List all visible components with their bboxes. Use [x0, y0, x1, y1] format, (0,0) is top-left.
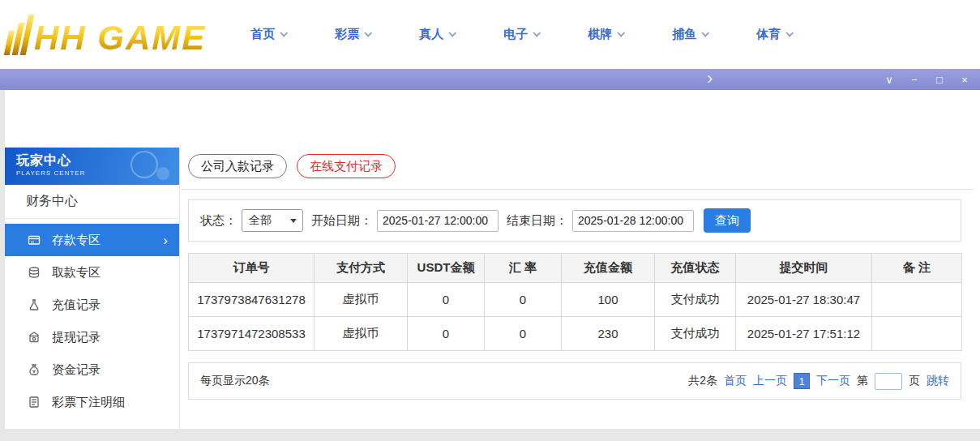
sidebar-item-label: 提现记录	[52, 330, 101, 345]
nav-item-label: 体育	[756, 27, 781, 42]
sidebar: 玩家中心 PLAYERS CENTER 财务中心 存款专区 › 取款专区 充值记…	[5, 148, 180, 429]
status-selected-value: 全部	[249, 213, 272, 228]
table-cell: 230	[562, 317, 655, 351]
table-cell	[872, 317, 962, 351]
sidebar-section-title: 财务中心	[5, 185, 179, 219]
chevron-down-icon	[702, 28, 710, 36]
window-minimize-icon[interactable]: −	[909, 75, 920, 85]
tab-company-deposit-records[interactable]: 公司入款记录	[188, 154, 287, 178]
nav-item-chess[interactable]: 棋牌	[588, 27, 623, 42]
nav-item-label: 捕鱼	[672, 27, 696, 42]
table-header-cell: 支付方式	[315, 254, 408, 283]
tab-online-payment-records[interactable]: 在线支付记录	[297, 154, 396, 178]
deposit-icon	[28, 233, 41, 246]
sidebar-subtitle: PLAYERS CENTER	[16, 169, 179, 177]
sidebar-item-label: 彩票下注明细	[52, 395, 125, 410]
table-cell: 虚拟币	[315, 317, 408, 351]
table-cell: 2025-01-27 17:51:12	[736, 317, 872, 351]
table-cell: 1737973847631278	[189, 283, 315, 317]
withdraw-icon	[28, 266, 41, 279]
window-inner: 玩家中心 PLAYERS CENTER 财务中心 存款专区 › 取款专区 充值记…	[5, 90, 980, 429]
sidebar-item-label: 取款专区	[52, 265, 101, 280]
sidebar-item-withdrawal-records[interactable]: 提现记录	[5, 321, 179, 353]
end-date-input[interactable]	[572, 210, 694, 232]
lottery-bet-details-icon	[28, 396, 41, 409]
content-panel: 公司入款记录 在线支付记录 状态： 全部 开始日期： 结束日期： 查询	[181, 148, 974, 429]
main-nav: 首页 彩票 真人 电子 棋牌 捕鱼 体育	[250, 27, 792, 42]
table-cell	[872, 283, 962, 317]
per-page-label: 每页显示20条	[200, 374, 270, 388]
nav-item-label: 彩票	[335, 27, 359, 42]
sidebar-item-label: 资金记录	[52, 362, 101, 378]
table-cell: 支付成功	[655, 317, 736, 351]
jump-prefix-label: 第	[857, 374, 868, 388]
window-titlebar: ∨ − □ ×	[0, 69, 980, 90]
nav-item-label: 真人	[419, 27, 443, 42]
search-button[interactable]: 查询	[704, 208, 751, 233]
jump-suffix-label: 页	[909, 374, 920, 388]
carousel-next-arrow-icon[interactable]: ›	[707, 70, 713, 88]
table-cell: 虚拟币	[315, 283, 408, 317]
total-count: 共2条	[688, 374, 717, 388]
table-header-cell: 充值金额	[562, 254, 655, 283]
logo-text: HH GAME	[34, 21, 206, 55]
site-header: HH GAME 首页 彩票 真人 电子 棋牌 捕鱼 体育	[0, 0, 980, 69]
current-page[interactable]: 1	[794, 373, 810, 389]
chevron-down-icon	[449, 28, 457, 36]
status-label: 状态：	[200, 213, 237, 229]
prev-page-link[interactable]: 上一页	[753, 374, 787, 388]
funds-records-icon	[28, 363, 41, 376]
table-cell: 0	[408, 283, 485, 317]
logo[interactable]: HH GAME	[8, 15, 206, 55]
nav-item-lottery[interactable]: 彩票	[335, 27, 370, 42]
table-cell: 0	[485, 283, 562, 317]
jump-button[interactable]: 跳转	[927, 374, 949, 388]
nav-item-live[interactable]: 真人	[419, 27, 455, 42]
table-cell: 100	[562, 283, 655, 317]
select-arrow-icon	[290, 219, 297, 223]
table-row: 1737971472308533虚拟币00230支付成功2025-01-27 1…	[189, 317, 962, 351]
withdrawal-records-icon	[28, 331, 41, 344]
records-table: 订单号支付方式USDT金额汇 率充值金额充值状态提交时间备 注 17379738…	[188, 253, 962, 351]
nav-item-label: 棋牌	[588, 27, 612, 42]
tabs: 公司入款记录 在线支付记录	[181, 148, 974, 190]
window-dropdown-icon[interactable]: ∨	[884, 75, 895, 85]
window-body: 玩家中心 PLAYERS CENTER 财务中心 存款专区 › 取款专区 充值记…	[0, 90, 980, 441]
table-cell: 支付成功	[655, 283, 736, 317]
filter-bar: 状态： 全部 开始日期： 结束日期： 查询	[188, 199, 961, 242]
page: 活动时间：长期活动 活动时间：长期活动 › HH GAME 首页 彩票 真人 电…	[0, 0, 980, 441]
table-header-cell: 提交时间	[736, 254, 872, 283]
sidebar-item-funds-records[interactable]: 资金记录	[5, 353, 179, 386]
first-page-link[interactable]: 首页	[724, 374, 747, 388]
table-cell: 1737971472308533	[189, 317, 315, 351]
chevron-down-icon	[533, 28, 541, 36]
next-page-link[interactable]: 下一页	[816, 374, 850, 388]
recharge-records-icon	[28, 298, 41, 311]
nav-item-sports[interactable]: 体育	[756, 27, 792, 42]
table-cell: 0	[408, 317, 485, 351]
sidebar-item-withdraw[interactable]: 取款专区	[5, 256, 179, 289]
table-cell: 2025-01-27 18:30:47	[736, 283, 872, 317]
nav-item-home[interactable]: 首页	[250, 27, 286, 42]
status-select[interactable]: 全部	[242, 209, 303, 232]
sidebar-item-lottery-bet-details[interactable]: 彩票下注明细	[5, 386, 179, 418]
nav-item-label: 首页	[250, 27, 275, 42]
start-date-input[interactable]	[377, 210, 499, 232]
sidebar-item-deposit[interactable]: 存款专区 ›	[5, 224, 179, 256]
start-date-label: 开始日期：	[311, 213, 372, 229]
nav-item-slots[interactable]: 电子	[503, 27, 539, 42]
table-header-cell: 备 注	[872, 254, 962, 283]
chevron-down-icon	[786, 28, 794, 36]
window-close-icon[interactable]: ×	[959, 75, 970, 85]
nav-item-fishing[interactable]: 捕鱼	[672, 27, 708, 42]
table-body: 1737973847631278虚拟币00100支付成功2025-01-27 1…	[189, 283, 962, 351]
pagination-bar: 每页显示20条 共2条 首页 上一页 1 下一页 第 页 跳转	[188, 362, 961, 400]
sidebar-item-label: 存款专区	[52, 233, 101, 248]
jump-page-input[interactable]	[875, 373, 902, 390]
table-row: 1737973847631278虚拟币00100支付成功2025-01-27 1…	[189, 283, 962, 317]
sidebar-header: 玩家中心 PLAYERS CENTER	[5, 148, 179, 185]
sidebar-item-recharge-records[interactable]: 充值记录	[5, 289, 179, 321]
window-maximize-icon[interactable]: □	[934, 75, 945, 85]
pager: 共2条 首页 上一页 1 下一页 第 页 跳转	[688, 373, 949, 390]
table-header-cell: 充值状态	[655, 254, 736, 283]
